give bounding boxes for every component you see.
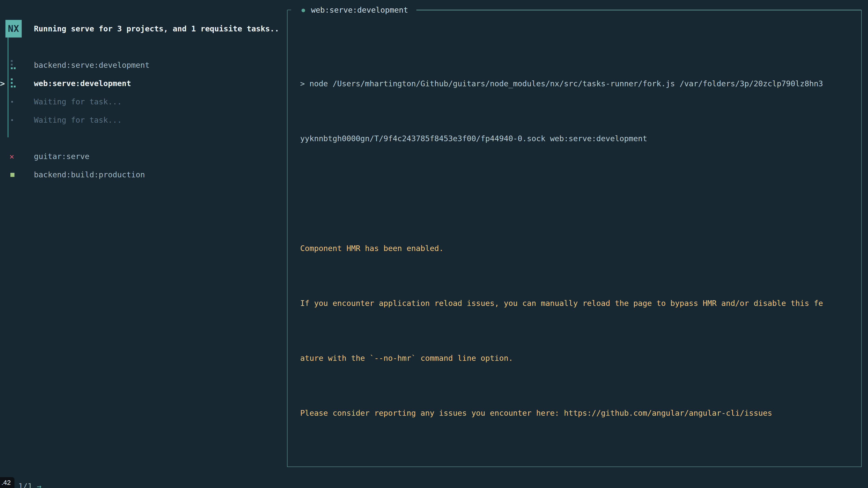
spinner-icon — [10, 78, 18, 89]
nx-logo: NX — [5, 20, 22, 37]
task-output-panel[interactable]: ● web:serve:development > node /Users/mh… — [287, 10, 862, 467]
status-dot-icon: ● — [302, 6, 305, 13]
sidebar-footer: ← 1/1 → quit: q help: ? — [0, 458, 285, 477]
terminal-line: Please consider reporting any issues you… — [300, 404, 823, 422]
dot-icon — [11, 101, 13, 103]
task-label: Waiting for task... — [34, 93, 122, 111]
spinner-icon — [10, 60, 18, 70]
dot-icon — [11, 119, 13, 121]
border-line — [416, 10, 861, 10]
next-page-arrow-icon[interactable]: → — [37, 482, 41, 488]
blank-line — [300, 184, 823, 203]
page-title: Running serve for 3 projects, and 1 requ… — [34, 20, 279, 37]
task-row-backend-serve[interactable]: backend:serve:development — [0, 56, 285, 74]
square-icon — [10, 173, 14, 177]
cross-icon: ✕ — [9, 147, 14, 166]
task-row-backend-build[interactable]: backend:build:production — [0, 166, 285, 184]
task-label: guitar:serve — [34, 147, 90, 166]
task-label: Waiting for task... — [34, 111, 122, 129]
terminal-line: ature with the `--no-hmr` command line o… — [300, 349, 823, 367]
terminal-line: > node /Users/mhartington/Github/guitars… — [300, 74, 823, 93]
blank-line — [300, 459, 823, 477]
page-indicator: 1/1 — [18, 482, 32, 488]
selected-chevron-icon: > — [0, 74, 5, 93]
terminal-line: yyknnbtgh0000gn/T/9f4c243785f8453e3f00/f… — [300, 129, 823, 148]
task-label: backend:serve:development — [34, 56, 150, 74]
terminal-output: > node /Users/mhartington/Github/guitars… — [300, 38, 823, 488]
task-row-web-serve[interactable]: > web:serve:development — [0, 74, 285, 93]
task-label: backend:build:production — [34, 166, 145, 184]
zoom-level-overlay: .42 — [0, 477, 14, 488]
task-row-waiting-1[interactable]: Waiting for task... — [0, 93, 285, 111]
terminal-line: If you encounter application reload issu… — [300, 294, 823, 313]
task-row-waiting-2[interactable]: Waiting for task... — [0, 111, 285, 129]
border-stub — [287, 10, 291, 10]
panel-header: ● web:serve:development — [287, 4, 861, 15]
panel-title: web:serve:development — [311, 5, 408, 14]
task-label: web:serve:development — [34, 74, 131, 93]
terminal-line: Component HMR has been enabled. — [300, 239, 823, 258]
task-row-guitar-serve[interactable]: ✕ guitar:serve — [0, 147, 285, 166]
